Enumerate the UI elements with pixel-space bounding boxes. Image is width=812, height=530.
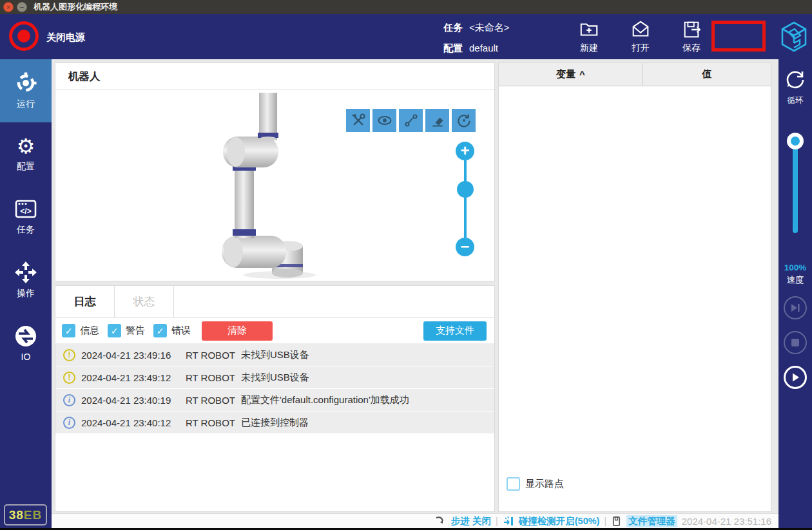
eraser-button[interactable] bbox=[425, 109, 449, 132]
support-files-button[interactable]: 支持文件 bbox=[423, 321, 487, 341]
visibility-button[interactable] bbox=[372, 109, 396, 132]
speed-slider-handle[interactable] bbox=[787, 133, 804, 149]
loop-icon bbox=[784, 68, 807, 91]
step-forward-button[interactable] bbox=[784, 296, 807, 319]
window-titlebar: × − 机器人图形化编程环境 bbox=[0, 0, 812, 14]
filter-error-checkbox[interactable]: ✓ bbox=[153, 324, 167, 337]
info-icon: i bbox=[63, 417, 75, 429]
warning-icon: ! bbox=[63, 372, 75, 384]
rotate-icon bbox=[456, 113, 472, 128]
open-icon bbox=[630, 19, 651, 40]
speed-label: 速度 bbox=[778, 274, 812, 286]
show-waypoints-row: 显示路点 bbox=[507, 477, 564, 491]
variables-panel: 变量 ^ 值 显示路点 bbox=[498, 62, 771, 512]
filter-info-label: 信息 bbox=[80, 325, 99, 337]
new-label: 新建 bbox=[580, 43, 598, 54]
variables-header: 变量 ^ 值 bbox=[499, 63, 771, 86]
tab-status[interactable]: 状态 bbox=[115, 286, 174, 317]
log-time: 2024-04-21 23:49:12 bbox=[81, 372, 186, 383]
warning-icon: ! bbox=[63, 349, 75, 361]
sidebar-item-config[interactable]: ⚙ 配置 bbox=[0, 122, 52, 185]
log-time: 2024-04-21 23:49:16 bbox=[81, 350, 186, 361]
open-task-button[interactable]: 打开 bbox=[620, 18, 661, 57]
sidebar-item-io[interactable]: IO bbox=[0, 312, 52, 375]
task-info: 任务 <未命名> bbox=[443, 22, 510, 34]
open-label: 打开 bbox=[632, 43, 650, 54]
play-icon bbox=[789, 372, 801, 383]
info-icon: i bbox=[63, 394, 75, 406]
stop-button[interactable] bbox=[784, 331, 807, 354]
log-time: 2024-04-21 23:40:19 bbox=[81, 395, 186, 406]
robot-view-toolbar bbox=[346, 109, 476, 132]
rotate-view-button[interactable] bbox=[452, 109, 476, 132]
sidebar-label: 任务 bbox=[17, 224, 35, 236]
eye-icon bbox=[377, 113, 392, 128]
sidebar-item-operate[interactable]: 操作 bbox=[0, 249, 52, 312]
sidebar-item-run[interactable]: 运行 bbox=[0, 59, 52, 122]
robot-3d-view[interactable] bbox=[210, 93, 320, 279]
file-manager-link[interactable]: 文件管理器 bbox=[626, 515, 677, 527]
new-task-button[interactable]: 新建 bbox=[568, 18, 610, 57]
save-task-button[interactable]: 保存 bbox=[671, 18, 712, 57]
zoom-slider-handle[interactable] bbox=[457, 181, 474, 198]
status-bar: 步进 关闭 | 碰撞检测开启(50%) | 文件管理器 2024-04-21 2… bbox=[52, 513, 778, 528]
window-minimize-button[interactable]: − bbox=[17, 2, 27, 12]
log-row[interactable]: i 2024-04-21 23:40:19 RT ROBOT 配置文件'defa… bbox=[55, 389, 494, 411]
annotation-highlight-rectangle bbox=[711, 21, 766, 52]
loop-button[interactable]: 循环 bbox=[778, 68, 812, 106]
tools-button[interactable] bbox=[346, 109, 370, 132]
clear-log-button[interactable]: 清除 bbox=[202, 321, 273, 341]
tools-icon bbox=[351, 113, 366, 128]
filter-info-checkbox[interactable]: ✓ bbox=[62, 324, 75, 337]
badge-bright: 38 bbox=[9, 508, 24, 522]
separator: | bbox=[496, 516, 498, 526]
tab-log[interactable]: 日志 bbox=[55, 286, 115, 317]
zoom-slider-track[interactable] bbox=[464, 160, 467, 238]
collision-detect-status[interactable]: 碰撞检测开启(50%) bbox=[519, 515, 600, 527]
path-icon bbox=[403, 113, 419, 128]
log-row[interactable]: ! 2024-04-21 23:49:16 RT ROBOT 未找到USB设备 bbox=[55, 344, 494, 366]
filter-warning-label: 警告 bbox=[126, 325, 145, 337]
sort-asc-icon: ^ bbox=[579, 69, 585, 80]
window-title: 机器人图形化编程环境 bbox=[34, 0, 117, 14]
path-button[interactable] bbox=[399, 109, 423, 132]
separator: | bbox=[604, 516, 606, 526]
power-label: 关闭电源 bbox=[46, 32, 85, 44]
window-close-button[interactable]: × bbox=[3, 2, 14, 12]
eraser-icon bbox=[430, 113, 445, 128]
step-mode-status[interactable]: 步进 关闭 bbox=[451, 515, 491, 527]
zoom-out-button[interactable]: − bbox=[456, 238, 474, 256]
collision-detect-icon bbox=[503, 515, 514, 527]
svg-text:</>: </> bbox=[20, 207, 31, 216]
minus-icon: − bbox=[460, 239, 469, 254]
play-button[interactable] bbox=[784, 366, 807, 389]
column-variable[interactable]: 变量 ^ bbox=[499, 63, 643, 86]
log-message: 配置文件'default.configuration'加载成功 bbox=[241, 394, 409, 406]
log-row[interactable]: ! 2024-04-21 23:49:12 RT ROBOT 未找到USB设备 bbox=[55, 366, 494, 388]
gear-icon: ⚙ bbox=[17, 135, 35, 157]
view-zoom-control: + − bbox=[456, 142, 475, 160]
log-list: ! 2024-04-21 23:49:16 RT ROBOT 未找到USB设备 … bbox=[55, 344, 494, 433]
io-icon bbox=[14, 325, 37, 348]
power-off-button[interactable] bbox=[9, 21, 39, 51]
column-value-label: 值 bbox=[702, 68, 712, 80]
column-value: 值 bbox=[643, 63, 771, 86]
show-waypoints-checkbox[interactable] bbox=[507, 477, 520, 491]
log-message: 未找到USB设备 bbox=[241, 372, 309, 384]
brand-cube-logo bbox=[780, 21, 807, 52]
filter-warning-checkbox[interactable]: ✓ bbox=[108, 324, 121, 337]
plus-icon: + bbox=[460, 143, 469, 158]
zoom-in-button[interactable]: + bbox=[456, 142, 474, 160]
left-nav-sidebar: 运行 ⚙ 配置 </> 任务 操作 IO 38EB bbox=[0, 59, 52, 528]
step-forward-icon bbox=[789, 302, 801, 314]
stop-icon bbox=[790, 337, 800, 348]
sidebar-item-task[interactable]: </> 任务 bbox=[0, 185, 52, 249]
speed-slider-track[interactable] bbox=[793, 142, 798, 233]
log-row[interactable]: i 2024-04-21 23:40:12 RT ROBOT 已连接到控制器 bbox=[55, 412, 494, 433]
log-message: 已连接到控制器 bbox=[241, 417, 309, 429]
main-area: 机器人 bbox=[52, 59, 778, 528]
column-variable-label: 变量 bbox=[556, 68, 575, 80]
log-source: RT ROBOT bbox=[186, 372, 241, 383]
loop-label: 循环 bbox=[778, 95, 812, 106]
config-label: 配置 bbox=[443, 43, 463, 55]
